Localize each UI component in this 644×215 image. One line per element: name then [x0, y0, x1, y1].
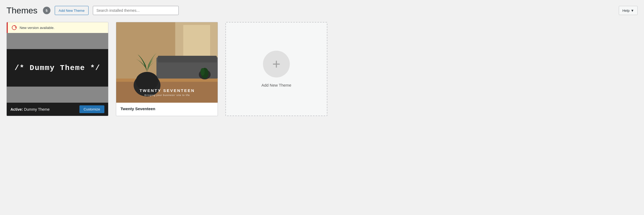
update-notice-text: New version available.	[20, 26, 54, 30]
svg-point-13	[136, 72, 158, 91]
add-new-plus-circle: +	[263, 51, 290, 77]
page-wrapper: Themes 5 Add New Theme Help ▼ New versio…	[0, 0, 644, 215]
svg-text:Bringing your business' site t: Bringing your business' site to life	[144, 94, 190, 97]
svg-text:TWENTY SEVENTEEN: TWENTY SEVENTEEN	[140, 88, 195, 93]
active-theme-name: Dummy Theme	[24, 107, 50, 112]
active-bold: Active:	[10, 107, 23, 112]
theme-card-twenty-seventeen[interactable]: TWENTY SEVENTEEN Bringing your business'…	[116, 22, 218, 116]
add-new-theme-button[interactable]: Add New Theme	[55, 6, 89, 15]
dummy-theme-screenshot: /* Dummy Theme */	[7, 33, 108, 103]
help-label: Help	[622, 9, 630, 13]
svg-rect-6	[116, 79, 218, 82]
dummy-theme-footer: Active: Dummy Theme Customize	[7, 103, 108, 116]
update-icon	[12, 25, 17, 30]
page-title: Themes	[6, 5, 38, 16]
add-new-theme-card[interactable]: + Add New Theme	[225, 22, 327, 116]
customize-button[interactable]: Customize	[79, 105, 104, 113]
add-new-card-label: Add New Theme	[261, 83, 291, 87]
theme-card-dummy[interactable]: New version available. /* Dummy Theme */…	[6, 22, 108, 116]
update-notice: New version available.	[7, 22, 108, 33]
twenty-seventeen-svg: TWENTY SEVENTEEN Bringing your business'…	[116, 22, 218, 103]
twenty-seventeen-name: Twenty Seventeen	[120, 106, 155, 111]
dummy-theme-middle: /* Dummy Theme */	[7, 49, 108, 87]
twenty-seventeen-screenshot: TWENTY SEVENTEEN Bringing your business'…	[116, 22, 218, 103]
twenty-seventeen-footer: Twenty Seventeen	[116, 103, 218, 115]
svg-point-11	[200, 68, 205, 76]
help-button[interactable]: Help ▼	[619, 6, 638, 15]
dummy-theme-bottom	[7, 87, 108, 103]
plus-icon: +	[272, 57, 280, 71]
themes-grid: New version available. /* Dummy Theme */…	[6, 22, 638, 116]
dummy-theme-active-label: Active: Dummy Theme	[10, 107, 50, 112]
page-header: Themes 5 Add New Theme Help ▼	[6, 5, 638, 16]
help-chevron-icon: ▼	[631, 9, 634, 13]
dummy-theme-top	[7, 33, 108, 49]
svg-rect-8	[158, 56, 217, 62]
dummy-theme-code: /* Dummy Theme */	[14, 64, 100, 72]
search-input[interactable]	[93, 6, 179, 15]
theme-count-badge: 5	[43, 7, 50, 14]
